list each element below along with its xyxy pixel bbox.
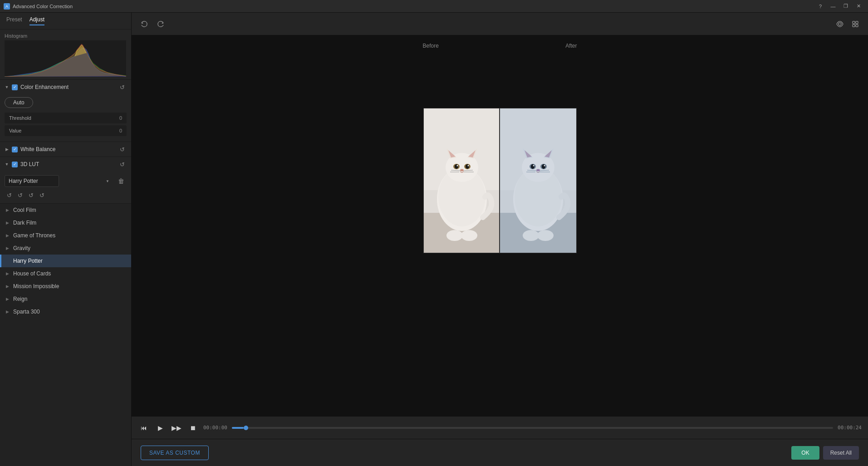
- sidebar: Preset Adjust Histogram: [0, 13, 132, 466]
- undo-button[interactable]: [138, 18, 151, 30]
- auto-button[interactable]: Auto: [5, 97, 33, 108]
- reset-all-button[interactable]: Reset All: [823, 446, 859, 460]
- threshold-value: 0: [119, 115, 122, 121]
- color-enhancement-header[interactable]: ▼ ✓ Color Enhancement ↺: [0, 80, 131, 94]
- lut-item-label: Sparta 300: [13, 309, 40, 315]
- svg-point-23: [460, 169, 464, 172]
- top-toolbar: [132, 13, 868, 35]
- bottom-right-buttons: OK Reset All: [791, 446, 859, 460]
- lut-item-gravity[interactable]: ▶ Gravity: [0, 242, 131, 255]
- settings-button[interactable]: [849, 18, 862, 30]
- ok-button[interactable]: OK: [791, 446, 819, 460]
- save-as-custom-button[interactable]: SAVE AS CUSTOM: [141, 446, 209, 460]
- lut-section: ▼ ✓ 3D LUT ↺ Cool Film Dark Film Game of…: [0, 157, 131, 466]
- right-panel: Before After: [132, 13, 868, 466]
- lut-checkbox[interactable]: ✓: [12, 162, 18, 167]
- lut-header-left: ▼ ✓ 3D LUT: [5, 161, 39, 167]
- svg-rect-4: [856, 21, 858, 24]
- progress-track[interactable]: [232, 427, 833, 429]
- before-image: [424, 108, 500, 253]
- lut-item-label: Mission Impossible: [13, 283, 59, 289]
- lut-item-sparta-300[interactable]: ▶ Sparta 300: [0, 305, 131, 318]
- color-enhancement-chevron: ▼: [5, 85, 9, 89]
- lut-item-mission-impossible[interactable]: ▶ Mission Impossible: [0, 280, 131, 293]
- lut-item-arrow: ▶: [6, 246, 11, 250]
- toolbar-right: [834, 18, 862, 30]
- lut-item-dark-film[interactable]: ▶ Dark Film: [0, 216, 131, 229]
- skip-back-button[interactable]: ⏮: [138, 422, 150, 434]
- color-enhancement-body: Auto Threshold 0 Value 0: [0, 94, 131, 142]
- lut-param-reset-2[interactable]: ↺: [15, 191, 25, 200]
- after-image: [500, 108, 576, 253]
- stop-button[interactable]: ⏹: [187, 422, 199, 434]
- before-label: Before: [423, 43, 439, 49]
- lut-param-reset-4[interactable]: ↺: [37, 191, 46, 200]
- main-layout: Preset Adjust Histogram: [0, 13, 868, 466]
- lut-item-harry-potter[interactable]: Harry Potter: [0, 255, 131, 267]
- lut-item-label: Harry Potter: [13, 258, 43, 264]
- svg-rect-6: [856, 25, 858, 27]
- lut-chevron: ▼: [5, 162, 9, 167]
- color-enhancement-checkbox[interactable]: ✓: [12, 84, 18, 90]
- help-button[interactable]: ?: [814, 2, 826, 11]
- progress-thumb[interactable]: [244, 426, 248, 430]
- tab-preset[interactable]: Preset: [6, 16, 22, 25]
- lut-item-arrow: ▶: [6, 284, 11, 289]
- maximize-button[interactable]: ❐: [840, 2, 852, 11]
- svg-rect-3: [853, 21, 855, 24]
- lut-controls: Cool Film Dark Film Game of Thrones Grav…: [0, 172, 131, 191]
- lut-item-reign[interactable]: ▶ Reign: [0, 293, 131, 305]
- lut-param-reset-3[interactable]: ↺: [26, 191, 35, 200]
- lut-dropdown-wrapper: Cool Film Dark Film Game of Thrones Grav…: [5, 175, 113, 187]
- bottom-bar: SAVE AS CUSTOM OK Reset All: [132, 439, 868, 466]
- lut-header: ▼ ✓ 3D LUT ↺ Cool Film Dark Film Game of…: [0, 157, 131, 204]
- play-button[interactable]: ▶: [154, 422, 166, 434]
- svg-point-28: [446, 230, 463, 241]
- title-bar-left: A Advanced Color Correction: [4, 3, 73, 10]
- lut-item-label: Cool Film: [13, 207, 36, 213]
- minimize-button[interactable]: —: [827, 2, 839, 11]
- white-balance-checkbox[interactable]: ✓: [12, 147, 18, 152]
- lut-dropdown[interactable]: Cool Film Dark Film Game of Thrones Grav…: [5, 175, 59, 187]
- svg-rect-53: [500, 108, 576, 253]
- toolbar-left: [138, 18, 167, 30]
- lut-section-header[interactable]: ▼ ✓ 3D LUT ↺: [0, 157, 131, 172]
- svg-point-2: [839, 23, 841, 25]
- play-forward-button[interactable]: ▶▶: [171, 422, 182, 434]
- lut-item-label: Game of Thrones: [13, 232, 55, 239]
- tab-row: Preset Adjust: [0, 13, 131, 29]
- lut-item-arrow: ▶: [6, 271, 11, 276]
- threshold-row[interactable]: Threshold 0: [5, 113, 127, 123]
- lut-param-reset-1[interactable]: ↺: [5, 191, 14, 200]
- redo-button[interactable]: [154, 18, 167, 30]
- svg-point-19: [455, 164, 458, 169]
- white-balance-section: ▶ ✓ White Balance ↺: [0, 142, 131, 157]
- histogram-canvas: [5, 40, 126, 77]
- white-balance-reset[interactable]: ↺: [118, 145, 127, 154]
- lut-reset[interactable]: ↺: [118, 160, 127, 169]
- white-balance-header[interactable]: ▶ ✓ White Balance ↺: [0, 142, 131, 157]
- lut-item-house-of-cards[interactable]: ▶ House of Cards: [0, 267, 131, 280]
- view-toggle-button[interactable]: [834, 18, 846, 30]
- lut-delete-button[interactable]: 🗑: [116, 176, 127, 186]
- value-row[interactable]: Value 0: [5, 125, 127, 136]
- svg-point-20: [466, 164, 469, 169]
- lut-item-arrow: ▶: [6, 221, 11, 225]
- title-bar: A Advanced Color Correction ? — ❐ ✕: [0, 0, 868, 13]
- lut-item-arrow: ▶: [6, 233, 11, 238]
- threshold-label: Threshold: [9, 115, 31, 121]
- color-enhancement-reset[interactable]: ↺: [118, 83, 127, 92]
- svg-rect-5: [853, 25, 855, 27]
- total-time: 00:00:24: [838, 425, 862, 431]
- lut-item-arrow: ▶: [6, 297, 11, 301]
- lut-item-cool-film[interactable]: ▶ Cool Film: [0, 204, 131, 216]
- lut-item-game-of-thrones[interactable]: ▶ Game of Thrones: [0, 229, 131, 242]
- svg-point-22: [467, 165, 469, 167]
- histogram-label: Histogram: [5, 33, 127, 39]
- close-button[interactable]: ✕: [853, 2, 864, 11]
- title-bar-controls: ? — ❐ ✕: [814, 2, 864, 11]
- tab-adjust[interactable]: Adjust: [29, 16, 44, 25]
- value-value: 0: [119, 128, 122, 133]
- preview-area: Before After: [132, 35, 868, 416]
- app-icon: A: [4, 3, 10, 10]
